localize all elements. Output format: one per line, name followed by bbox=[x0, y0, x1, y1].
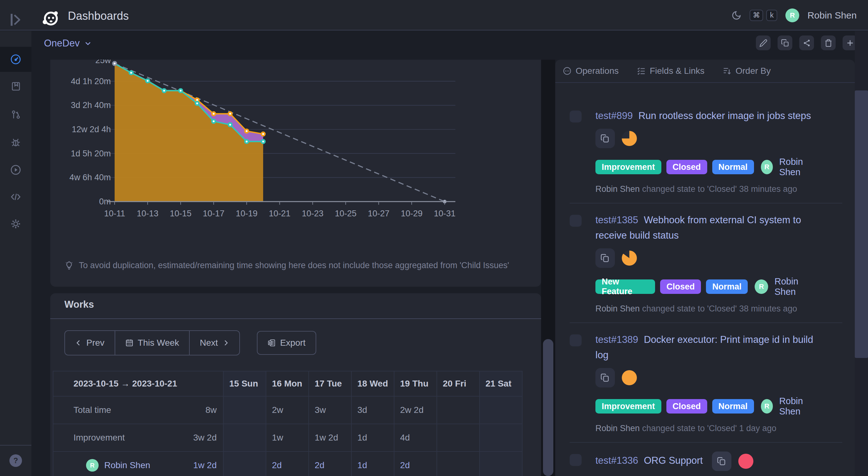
right-scrollbar-track[interactable] bbox=[855, 31, 868, 476]
issue-ref: test#1389 bbox=[595, 334, 638, 345]
tab-operations[interactable]: Operations bbox=[563, 66, 619, 76]
tab-fields-links[interactable]: Fields & Links bbox=[637, 66, 704, 76]
issue-checkbox[interactable] bbox=[570, 110, 582, 123]
tag-improvement: Improvement bbox=[595, 160, 661, 174]
day-header: 19 Thu bbox=[395, 372, 437, 396]
delete-dashboard-button[interactable] bbox=[821, 35, 836, 50]
assignee-name[interactable]: Robin Shen bbox=[779, 396, 819, 417]
chevron-right-icon bbox=[222, 340, 229, 346]
dark-mode-moon-icon[interactable] bbox=[732, 10, 741, 21]
issue-title[interactable]: test#1336ORG Support bbox=[595, 451, 819, 471]
page-title: Dashboards bbox=[68, 9, 129, 23]
issue-title[interactable]: test#1385Webhook from external CI system… bbox=[595, 212, 819, 243]
assignee-avatar: R bbox=[755, 280, 768, 294]
sidebar-item-projects[interactable] bbox=[0, 74, 31, 99]
assignee-name[interactable]: Robin Shen bbox=[779, 157, 819, 178]
tag-improvement: Improvement bbox=[595, 399, 661, 414]
issue-checkbox[interactable] bbox=[570, 215, 582, 227]
avatar: R bbox=[86, 459, 99, 472]
play-circle-icon bbox=[10, 164, 21, 175]
svg-text:3d 2h 40m: 3d 2h 40m bbox=[71, 100, 111, 110]
export-button[interactable]: Export bbox=[257, 331, 316, 355]
chart-note: To avoid duplication, estimated/remainin… bbox=[64, 261, 529, 271]
copy-issue-button[interactable] bbox=[595, 129, 615, 148]
sidebar-item-builds[interactable] bbox=[0, 157, 31, 183]
copy-issue-button[interactable] bbox=[595, 368, 615, 387]
user-link[interactable]: Robin Shen bbox=[104, 460, 150, 470]
sidebar-item-pull-requests[interactable] bbox=[0, 102, 31, 127]
issue-checkbox[interactable] bbox=[570, 454, 582, 466]
svg-text:10-23: 10-23 bbox=[302, 209, 323, 218]
sidebar-item-dashboards[interactable] bbox=[0, 47, 31, 72]
edit-dashboard-button[interactable] bbox=[756, 35, 771, 50]
row-total: 8w bbox=[206, 405, 217, 415]
project-switcher[interactable]: OneDev bbox=[44, 38, 92, 49]
table-cell: 2w 2d bbox=[395, 396, 437, 424]
dashboard-toolbar bbox=[756, 35, 857, 50]
chevron-down-icon bbox=[84, 39, 92, 47]
sidebar-collapse-icon[interactable] bbox=[9, 11, 22, 29]
issue-title[interactable]: test#1389Docker executor: Print image id… bbox=[595, 332, 819, 363]
sidebar-item-code[interactable] bbox=[0, 184, 31, 210]
svg-text:10-11: 10-11 bbox=[104, 209, 125, 218]
svg-text:10-15: 10-15 bbox=[170, 209, 192, 218]
onedev-logo-icon[interactable] bbox=[42, 9, 59, 28]
share-icon bbox=[803, 39, 811, 47]
right-scrollbar-thumb[interactable] bbox=[855, 90, 868, 358]
sidebar-nav: ? bbox=[0, 31, 31, 476]
assignee-avatar: R bbox=[761, 399, 773, 414]
copy-icon bbox=[600, 253, 610, 263]
calendar-icon bbox=[125, 339, 133, 347]
help-icon[interactable]: ? bbox=[9, 454, 22, 467]
issue-ref: test#1385 bbox=[595, 215, 638, 225]
tag-normal: Normal bbox=[712, 399, 754, 414]
week-range: 2023-10-15 → 2023-10-21 bbox=[73, 379, 177, 389]
svg-text:10-29: 10-29 bbox=[401, 209, 423, 218]
row-label: Total time bbox=[73, 405, 111, 415]
book-icon bbox=[11, 81, 21, 91]
sidebar-item-issues[interactable] bbox=[0, 130, 31, 155]
main-scrollbar-track[interactable] bbox=[541, 60, 555, 476]
issue-card: test#1389Docker executor: Print image id… bbox=[570, 323, 842, 443]
shortcut-keys[interactable]: ⌘ k bbox=[750, 10, 777, 21]
table-cell bbox=[224, 424, 266, 452]
bug-icon bbox=[11, 137, 21, 147]
issue-ref: test#1336 bbox=[595, 455, 638, 466]
tab-order-by[interactable]: Order By bbox=[722, 66, 771, 76]
svg-text:10-31: 10-31 bbox=[434, 209, 455, 218]
ellipsis-circle-icon bbox=[563, 67, 571, 75]
copy-icon bbox=[717, 456, 726, 466]
copy-issue-button[interactable] bbox=[595, 248, 615, 268]
issue-title[interactable]: test#899Run rootless docker image in job… bbox=[595, 108, 819, 123]
issue-checkbox[interactable] bbox=[570, 335, 582, 346]
svg-text:4w 6h 40m: 4w 6h 40m bbox=[69, 173, 111, 182]
table-cell bbox=[437, 452, 480, 476]
table-cell: 1d bbox=[352, 424, 395, 452]
assignee-name[interactable]: Robin Shen bbox=[774, 276, 819, 297]
share-dashboard-button[interactable] bbox=[799, 35, 814, 50]
activity-text: changed state to 'Closed' 38 minutes ago bbox=[642, 184, 797, 194]
table-cell bbox=[224, 452, 266, 476]
user-name[interactable]: Robin Shen bbox=[807, 10, 857, 21]
copy-dashboard-button[interactable] bbox=[778, 35, 792, 50]
day-header: 16 Mon bbox=[266, 372, 309, 396]
table-cell: 1d bbox=[352, 452, 395, 476]
sidebar-divider bbox=[0, 445, 31, 446]
tag-closed: Closed bbox=[666, 160, 707, 174]
main-scrollbar-thumb[interactable] bbox=[543, 339, 553, 476]
plus-icon bbox=[846, 39, 854, 47]
issue-list: test#899Run rootless docker image in job… bbox=[555, 99, 855, 476]
user-avatar[interactable]: R bbox=[785, 8, 799, 22]
prev-week-button[interactable]: Prev bbox=[65, 331, 115, 355]
copy-issue-button[interactable] bbox=[712, 451, 732, 471]
next-week-button[interactable]: Next bbox=[189, 331, 239, 355]
issue-card: test#1336ORG Support New FeatureClosedMi… bbox=[570, 443, 842, 476]
activity-text: changed state to 'Closed' 38 minutes ago bbox=[642, 304, 797, 313]
issue-activity: Robin Shen changed state to 'Closed' 38 … bbox=[595, 304, 819, 314]
table-cell: 1w bbox=[266, 424, 309, 452]
sidebar-item-administration[interactable] bbox=[0, 211, 31, 236]
this-week-button[interactable]: This Week bbox=[115, 331, 189, 355]
table-cell: 2d bbox=[266, 452, 309, 476]
issue-ref: test#899 bbox=[595, 110, 633, 121]
table-cell: 2d bbox=[395, 452, 437, 476]
